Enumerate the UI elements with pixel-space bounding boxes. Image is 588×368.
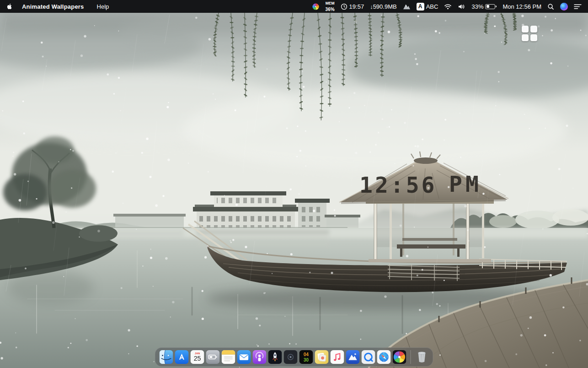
clock-icon	[341, 3, 347, 10]
dock-mail[interactable]	[237, 350, 251, 364]
uptime-value: 19:57	[349, 3, 364, 10]
dock-music[interactable]	[331, 350, 344, 364]
network-down-value: ↓590.9MB	[370, 3, 397, 10]
menubar-clock-text: Mon 12:56 PM	[502, 3, 541, 10]
mountain-menu-icon[interactable]	[403, 3, 411, 10]
dock-rocket-app[interactable]	[268, 350, 282, 364]
dock-app-store[interactable]	[175, 350, 189, 364]
dock-animated-wallpapers-app[interactable]	[393, 350, 406, 364]
dock-calendar[interactable]: JAN25	[191, 350, 204, 364]
battery-icon	[485, 4, 497, 9]
dock-dark-app[interactable]	[284, 350, 298, 364]
dock-finder[interactable]	[160, 350, 173, 364]
menubar-status-network[interactable]: ↓590.9MB	[370, 3, 397, 10]
mem-label: MEM	[326, 1, 335, 6]
battery-fill	[486, 5, 489, 8]
notification-center-icon[interactable]	[574, 4, 582, 10]
apple-menu-icon[interactable]	[6, 3, 13, 10]
svg-text:30: 30	[304, 357, 309, 363]
menubar-status-battery[interactable]: 33%	[471, 3, 497, 10]
app-grid-button[interactable]	[522, 26, 537, 41]
grid-square	[522, 34, 529, 41]
dock-safari[interactable]	[377, 350, 391, 364]
svg-text:25: 25	[194, 355, 201, 362]
wifi-icon[interactable]	[444, 4, 452, 10]
wallpaper-clock-period: PM	[449, 171, 482, 197]
wallpaper-scene: 12:56 PM	[0, 13, 588, 368]
dock-notes[interactable]	[222, 350, 235, 364]
dock-podcasts[interactable]	[253, 350, 267, 364]
menubar-status-memory[interactable]: MEM 36%	[326, 1, 335, 12]
wallpapers-menu-extra-icon[interactable]	[312, 3, 320, 11]
dock-trash[interactable]	[415, 350, 429, 364]
dock: JAN250430	[155, 347, 433, 367]
spotlight-search-icon[interactable]	[547, 3, 554, 10]
menubar-clock[interactable]: Mon 12:56 PM	[502, 3, 541, 10]
input-source-name: ABC	[426, 3, 438, 10]
mem-value: 36%	[326, 7, 335, 12]
wallpaper-clock-time: 12:56	[359, 172, 437, 198]
svg-text:JAN: JAN	[195, 352, 200, 355]
battery-percent-text: 33%	[471, 3, 483, 10]
dock-photos-app[interactable]	[346, 350, 360, 364]
menubar-status-uptime[interactable]: 19:57	[341, 3, 364, 10]
dock-quicktime[interactable]	[362, 350, 375, 364]
menubar-input-source[interactable]: A ABC	[417, 3, 438, 11]
siri-icon[interactable]	[560, 3, 568, 11]
menubar-app-name[interactable]: Animated Wallpapers	[22, 3, 84, 10]
grid-square	[530, 34, 537, 41]
dock-stickers[interactable]	[315, 350, 329, 364]
dock-countdown[interactable]: 0430	[299, 350, 313, 364]
macos-desktop: Animated Wallpapers Help MEM 36% 19:57 ↓…	[0, 0, 588, 368]
dock-battery[interactable]	[206, 350, 220, 364]
desktop-wallpaper: 12:56 PM	[0, 13, 588, 368]
svg-text:04: 04	[304, 352, 309, 357]
input-source-badge: A	[417, 3, 424, 11]
menubar-help-menu[interactable]: Help	[97, 3, 109, 10]
grid-square	[522, 26, 529, 32]
menu-bar: Animated Wallpapers Help MEM 36% 19:57 ↓…	[0, 0, 588, 13]
dock-divider	[411, 350, 411, 364]
grid-square	[530, 26, 537, 32]
volume-icon[interactable]	[458, 4, 465, 10]
